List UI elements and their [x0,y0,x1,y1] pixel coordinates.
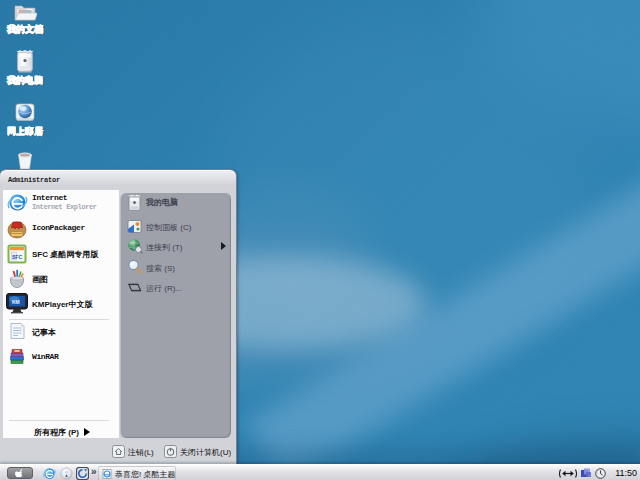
svg-text:SFC: SFC [12,254,22,260]
svg-text:KM: KM [12,299,20,305]
